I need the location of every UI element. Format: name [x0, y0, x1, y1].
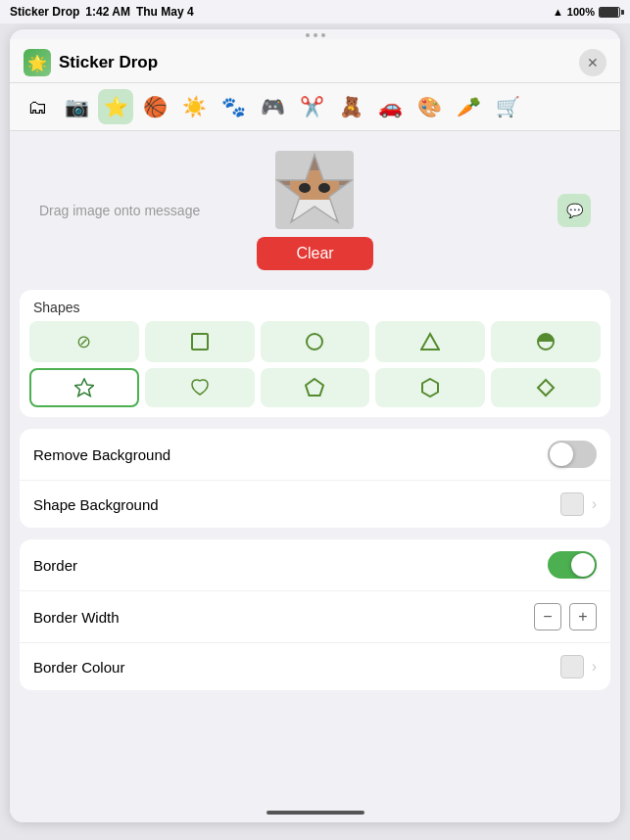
border-width-minus[interactable]: − — [534, 603, 561, 630]
app-title: Sticker Drop — [59, 53, 158, 72]
svg-marker-14 — [422, 379, 438, 397]
shape-none[interactable]: ⊘ — [29, 321, 139, 362]
border-colour-label: Border Colour — [33, 659, 124, 676]
title-left: 🌟 Sticker Drop — [24, 49, 158, 76]
toolbar-folder-btn[interactable]: 🗂 — [20, 89, 55, 124]
border-label: Border — [33, 557, 77, 574]
shape-triangle[interactable] — [375, 321, 485, 362]
title-bar: 🌟 Sticker Drop ✕ — [10, 39, 620, 83]
shape-circle[interactable] — [261, 321, 370, 362]
home-indicator — [10, 803, 620, 822]
svg-point-5 — [318, 183, 330, 193]
status-left: Sticker Drop 1:42 AM Thu May 4 — [10, 5, 194, 19]
toolbar-camera-btn[interactable]: 📷 — [59, 89, 94, 124]
settings-card-bg: Remove Background Shape Background › — [20, 429, 610, 528]
border-colour-swatch — [560, 655, 584, 678]
border-width-stepper: − + — [534, 603, 597, 630]
sticker-svg — [275, 151, 354, 229]
toolbar-gamepad-btn[interactable]: 🎮 — [255, 89, 290, 124]
toolbar-star-btn[interactable]: ⭐ — [98, 89, 133, 124]
shape-bg-swatch — [560, 492, 584, 516]
shape-heart[interactable] — [145, 368, 255, 407]
image-area: Drag image onto message — [20, 141, 610, 280]
toolbar-sun-btn[interactable]: ☀️ — [176, 89, 212, 124]
shapes-title: Shapes — [20, 290, 610, 321]
status-right: ▲ 100% — [553, 6, 620, 18]
shapes-grid: ⊘ — [20, 321, 610, 417]
shape-square[interactable] — [145, 321, 255, 362]
border-colour-row[interactable]: Border Colour › — [20, 643, 610, 690]
drag-hint: Drag image onto message — [39, 203, 200, 218]
battery-icon — [599, 7, 620, 18]
toolbar-palette-btn[interactable]: 🎨 — [412, 89, 447, 124]
border-row: Border — [20, 539, 610, 591]
status-time: 1:42 AM — [85, 5, 130, 19]
close-button[interactable]: ✕ — [579, 49, 606, 76]
svg-marker-13 — [306, 379, 323, 396]
remove-bg-label: Remove Background — [33, 446, 170, 463]
app-name-status: Sticker Drop — [10, 5, 79, 19]
options-icon: 💬 — [566, 203, 583, 218]
settings-card-border: Border Border Width − + Border Colour — [20, 539, 610, 690]
shape-bg-label: Shape Background — [33, 496, 159, 513]
clear-button[interactable]: Clear — [257, 237, 372, 270]
app-icon: 🌟 — [24, 49, 51, 76]
options-button[interactable]: 💬 — [557, 194, 591, 227]
shape-bg-chevron: › — [592, 495, 597, 513]
toolbar-carrot-btn[interactable]: 🥕 — [451, 89, 486, 124]
toolbar-car-btn[interactable]: 🚗 — [372, 89, 408, 124]
svg-rect-8 — [192, 334, 208, 350]
shape-hexagon[interactable] — [375, 368, 485, 407]
shape-diamond[interactable] — [491, 368, 601, 407]
app-container: 🌟 Sticker Drop ✕ 🗂 📷 ⭐ 🏀 ☀️ 🐾 🎮 ✂️ 🧸 🚗 🎨… — [10, 29, 620, 822]
shape-bg-colour-row: › — [560, 492, 597, 516]
remove-bg-toggle[interactable] — [548, 441, 597, 468]
shape-star[interactable] — [29, 368, 139, 407]
toolbar: 🗂 📷 ⭐ 🏀 ☀️ 🐾 🎮 ✂️ 🧸 🚗 🎨 🥕 🛒 — [10, 83, 620, 131]
remove-bg-row: Remove Background — [20, 429, 610, 481]
toolbar-bear-btn[interactable]: 🧸 — [333, 89, 368, 124]
status-bar: Sticker Drop 1:42 AM Thu May 4 ▲ 100% — [0, 0, 630, 23]
shapes-card: Shapes ⊘ — [20, 290, 610, 417]
battery-percent: 100% — [567, 6, 595, 18]
shape-pentagon[interactable] — [261, 368, 370, 407]
border-width-label: Border Width — [33, 609, 120, 626]
border-colour-row-right: › — [560, 655, 597, 678]
shape-bg-row[interactable]: Shape Background › — [20, 481, 610, 528]
border-width-row: Border Width − + — [20, 591, 610, 643]
toolbar-basketball-btn[interactable]: 🏀 — [137, 89, 172, 124]
svg-point-9 — [307, 334, 322, 350]
border-colour-chevron: › — [592, 658, 597, 676]
status-date: Thu May 4 — [136, 5, 194, 19]
sticker-preview-wrapper: Clear — [257, 151, 372, 270]
border-width-plus[interactable]: + — [569, 603, 597, 630]
toolbar-scissors-btn[interactable]: ✂️ — [294, 89, 329, 124]
border-toggle[interactable] — [548, 551, 597, 579]
svg-rect-6 — [285, 200, 344, 219]
svg-marker-15 — [538, 380, 554, 396]
svg-marker-12 — [74, 379, 93, 397]
svg-marker-10 — [421, 334, 439, 350]
toolbar-paw-btn[interactable]: 🐾 — [216, 89, 251, 124]
wifi-icon: ▲ — [553, 6, 563, 18]
toolbar-cart-btn[interactable]: 🛒 — [490, 89, 525, 124]
shape-half-circle[interactable] — [491, 321, 601, 362]
sticker-preview — [275, 151, 354, 229]
drag-handle — [10, 29, 620, 39]
content-area: Drag image onto message — [10, 131, 620, 803]
svg-point-4 — [299, 183, 311, 193]
home-bar — [267, 811, 364, 815]
